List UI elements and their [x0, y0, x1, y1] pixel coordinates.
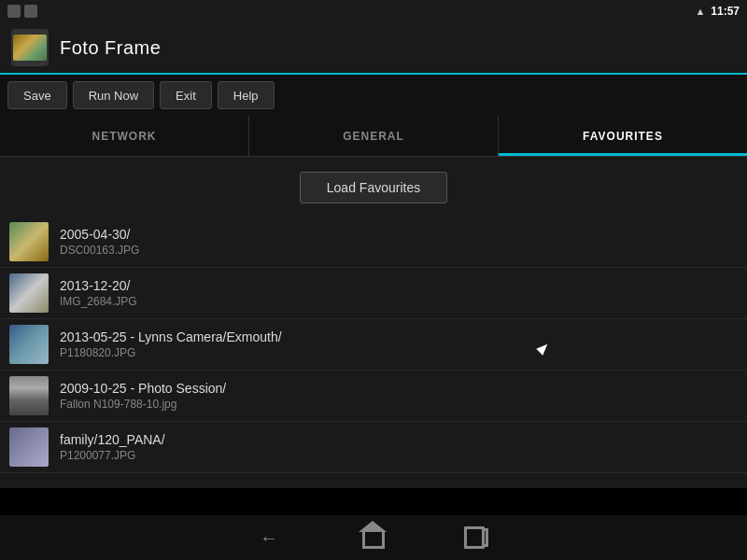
fav-folder-2: 2013-12-20/ [60, 278, 137, 293]
list-item[interactable]: family/120_PANA/ P1200077.JPG [0, 422, 747, 473]
back-icon: ← [260, 527, 278, 549]
fav-file-1: DSC00163.JPG [60, 244, 139, 257]
nav-home-button[interactable] [359, 523, 388, 553]
fav-folder-3: 2013-05-25 - Lynns Camera/Exmouth/ [60, 329, 282, 344]
status-time: 11:57 [711, 5, 740, 18]
signal-icon: ▲ [695, 6, 705, 17]
thumbnail-2 [9, 273, 49, 313]
fav-file-5: P1200077.JPG [60, 449, 165, 462]
thumbnail-3 [9, 325, 49, 364]
fav-text-4: 2009-10-25 - Photo Session/ Fallon N109-… [60, 381, 226, 411]
list-item[interactable]: 2005-04-30/ DSC00163.JPG [0, 217, 747, 268]
nav-back-button[interactable]: ← [254, 523, 284, 553]
recents-icon [468, 528, 488, 547]
fav-text-1: 2005-04-30/ DSC00163.JPG [60, 227, 139, 257]
tab-favourites[interactable]: FAVOURITES [499, 116, 747, 156]
thumbnail-5 [9, 427, 49, 467]
list-item[interactable]: 2013-12-20/ IMG_2684.JPG [0, 268, 747, 319]
notification-icons [7, 5, 37, 18]
nav-recents-button[interactable] [463, 523, 493, 553]
fav-file-2: IMG_2684.JPG [60, 295, 137, 308]
notif-icon-1 [7, 5, 21, 18]
save-button[interactable]: Save [7, 81, 67, 109]
fav-file-4: Fallon N109-788-10.jpg [60, 398, 226, 411]
status-bar: ▲ 11:57 [0, 0, 747, 22]
status-icons: ▲ 11:57 [695, 5, 740, 18]
fav-text-5: family/120_PANA/ P1200077.JPG [60, 432, 165, 462]
fav-folder-5: family/120_PANA/ [60, 432, 165, 447]
tab-network[interactable]: NETWORK [0, 116, 249, 156]
fav-text-2: 2013-12-20/ IMG_2684.JPG [60, 278, 137, 308]
notif-icon-2 [24, 5, 37, 18]
fav-file-3: P1180820.JPG [60, 346, 282, 359]
main-content: Load Favourites 2005-04-30/ DSC00163.JPG… [0, 157, 747, 488]
load-favourites-button[interactable]: Load Favourites [300, 172, 447, 203]
tab-general[interactable]: GENERAL [249, 116, 499, 156]
fav-text-3: 2013-05-25 - Lynns Camera/Exmouth/ P1180… [60, 329, 282, 359]
favourites-list: 2005-04-30/ DSC00163.JPG 2013-12-20/ IMG… [0, 217, 747, 473]
run-now-button[interactable]: Run Now [73, 81, 154, 109]
exit-button[interactable]: Exit [160, 81, 212, 109]
app-icon-inner [13, 35, 47, 61]
list-item[interactable]: 2013-05-25 - Lynns Camera/Exmouth/ P1180… [0, 319, 747, 371]
toolbar: Save Run Now Exit Help [0, 75, 747, 116]
fav-folder-1: 2005-04-30/ [60, 227, 139, 242]
thumbnail-4 [9, 376, 49, 415]
nav-bar: ← [0, 515, 747, 560]
help-button[interactable]: Help [218, 81, 275, 109]
load-favourites-row: Load Favourites [0, 172, 747, 203]
title-bar: Foto Frame [0, 22, 747, 75]
thumbnail-1 [9, 222, 49, 261]
list-item[interactable]: 2009-10-25 - Photo Session/ Fallon N109-… [0, 371, 747, 422]
fav-folder-4: 2009-10-25 - Photo Session/ [60, 381, 226, 396]
app-icon [11, 29, 49, 66]
home-icon [362, 530, 385, 549]
app-title: Foto Frame [60, 37, 161, 59]
tab-bar: NETWORK GENERAL FAVOURITES [0, 116, 747, 157]
